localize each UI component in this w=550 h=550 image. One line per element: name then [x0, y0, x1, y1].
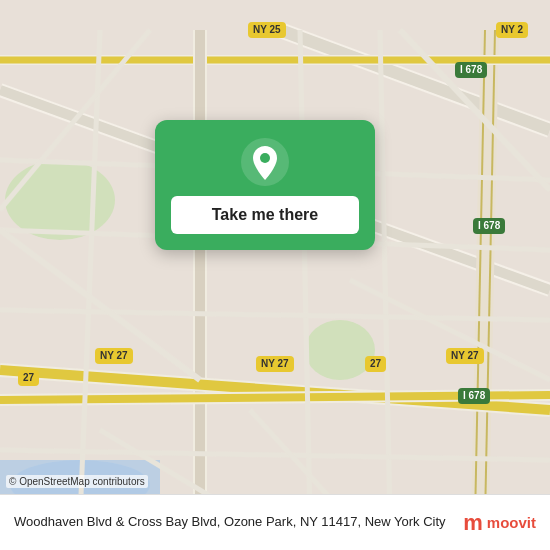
- svg-point-33: [260, 153, 270, 163]
- map-pin-icon: [241, 138, 289, 186]
- bottom-bar: Woodhaven Blvd & Cross Bay Blvd, Ozone P…: [0, 494, 550, 550]
- badge-i678-mid: I 678: [473, 218, 505, 234]
- svg-line-24: [0, 310, 550, 320]
- badge-ny27-left: NY 27: [95, 348, 133, 364]
- osm-attribution: © OpenStreetMap contributors: [6, 475, 148, 488]
- badge-ny27-right: NY 27: [446, 348, 484, 364]
- map-container: NY 25 NY 27 NY 27 27 NY 27 I 678 I 678 I…: [0, 0, 550, 550]
- badge-27-far-left: 27: [18, 370, 39, 386]
- badge-i678-top: I 678: [455, 62, 487, 78]
- take-me-there-button[interactable]: Take me there: [171, 196, 359, 234]
- svg-point-2: [5, 160, 115, 240]
- badge-i678-bot: I 678: [458, 388, 490, 404]
- badge-ny27-center: NY 27: [256, 356, 294, 372]
- address-text: Woodhaven Blvd & Cross Bay Blvd, Ozone P…: [14, 513, 453, 531]
- moovit-wordmark: moovit: [487, 514, 536, 531]
- moovit-m-icon: m: [463, 512, 483, 534]
- map-roads: [0, 0, 550, 550]
- svg-line-29: [400, 30, 550, 190]
- svg-line-20: [300, 30, 310, 520]
- badge-ny25: NY 25: [248, 22, 286, 38]
- action-card: Take me there: [155, 120, 375, 250]
- badge-27-small: 27: [365, 356, 386, 372]
- badge-ny2: NY 2: [496, 22, 528, 38]
- svg-point-3: [305, 320, 375, 380]
- moovit-logo: m moovit: [463, 512, 536, 534]
- svg-line-21: [380, 30, 390, 520]
